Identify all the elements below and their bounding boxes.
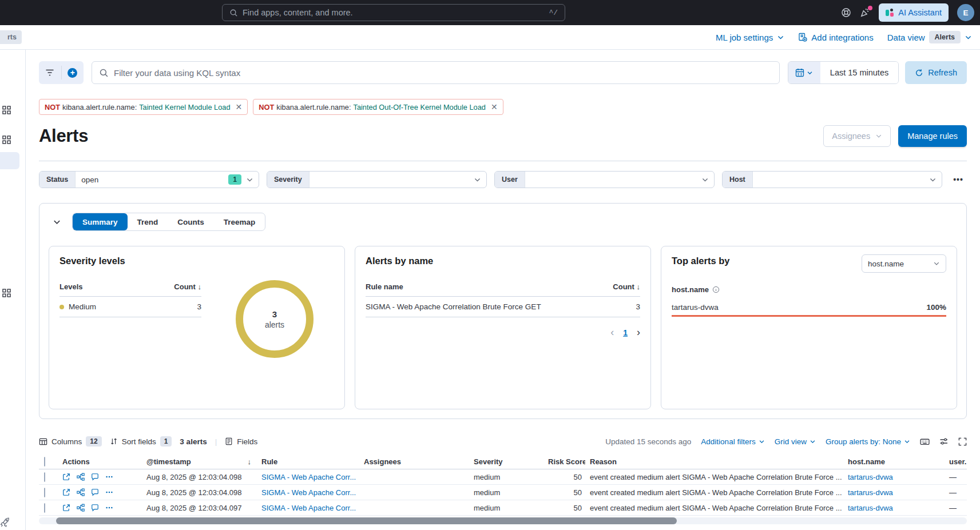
- grid-view-button[interactable]: Grid view: [775, 437, 816, 446]
- calendar-menu-button[interactable]: [788, 62, 820, 83]
- filter-pill[interactable]: NOT kibana.alert.rule.name: Tainted Out-…: [253, 99, 503, 115]
- refresh-button[interactable]: Refresh: [905, 61, 967, 84]
- rule-row[interactable]: SIGMA - Web Apache Correlation Brute For…: [366, 297, 640, 317]
- more-actions-icon[interactable]: [105, 488, 113, 496]
- severity-row-medium[interactable]: Medium 3: [59, 297, 201, 317]
- expand-alert-icon[interactable]: [62, 504, 70, 512]
- analyze-event-icon[interactable]: [77, 473, 85, 481]
- app-grid-icon[interactable]: [2, 106, 11, 114]
- analyze-event-icon[interactable]: [77, 504, 85, 512]
- group-alerts-button[interactable]: Group alerts by: None: [826, 437, 910, 446]
- comment-icon[interactable]: [91, 488, 99, 496]
- more-actions-icon[interactable]: [105, 504, 113, 512]
- severity-control[interactable]: Severity: [267, 171, 487, 188]
- user-avatar[interactable]: E: [957, 4, 974, 21]
- data-view-picker[interactable]: Data view Alerts: [887, 31, 972, 43]
- search-shortcut-hint: ^/: [549, 9, 558, 17]
- sort-icon: [110, 437, 118, 445]
- ml-job-settings-link[interactable]: ML job settings: [716, 33, 784, 42]
- comment-icon[interactable]: [91, 504, 99, 512]
- filter-field: kibana.alert.rule.name:: [276, 103, 351, 111]
- remove-filter-icon[interactable]: ✕: [491, 102, 498, 111]
- header-assignees[interactable]: Assignees: [359, 457, 469, 466]
- add-integrations-link[interactable]: Add integrations: [798, 33, 873, 42]
- fullscreen-icon[interactable]: [958, 437, 967, 446]
- data-view-label: Data view: [887, 33, 925, 42]
- keyboard-shortcuts-icon[interactable]: [920, 437, 930, 447]
- rocket-icon[interactable]: [0, 517, 10, 528]
- expand-alert-icon[interactable]: [62, 488, 70, 496]
- row-checkbox[interactable]: [44, 488, 45, 497]
- analyze-event-icon[interactable]: [77, 488, 85, 496]
- tab-counts[interactable]: Counts: [168, 213, 214, 230]
- header-risk-score[interactable]: Risk Score: [543, 457, 585, 466]
- scrollbar-thumb[interactable]: [56, 517, 677, 524]
- host-control[interactable]: Host: [722, 171, 942, 188]
- rule-link[interactable]: SIGMA - Web Apache Corr...: [257, 504, 359, 512]
- select-all-checkbox[interactable]: [44, 457, 45, 467]
- header-host-name[interactable]: host.name: [843, 457, 945, 466]
- global-search-input[interactable]: [243, 8, 544, 17]
- expand-alert-icon[interactable]: [62, 473, 70, 481]
- saved-query-filter-icon[interactable]: [39, 61, 61, 84]
- status-control[interactable]: Status open 1: [39, 171, 259, 188]
- kql-input[interactable]: [114, 68, 772, 78]
- breadcrumb[interactable]: rts: [0, 30, 22, 44]
- count-column-header[interactable]: Count ↓: [613, 282, 640, 291]
- alert-filter-controls: Status open 1 Severity User Host: [39, 171, 967, 188]
- fields-button[interactable]: Fields: [225, 437, 257, 446]
- horizontal-scrollbar[interactable]: [39, 517, 967, 524]
- assignees-button[interactable]: Assignees: [823, 125, 891, 147]
- reason-cell[interactable]: event created medium alert SIGMA - Web A…: [585, 473, 843, 481]
- time-range-button[interactable]: Last 15 minutes: [820, 62, 898, 83]
- reason-cell[interactable]: event created medium alert SIGMA - Web A…: [585, 488, 843, 497]
- filter-pill[interactable]: NOT kibana.alert.rule.name: Tainted Kern…: [39, 99, 248, 115]
- row-checkbox[interactable]: [44, 472, 45, 482]
- chevron-down-icon: [701, 176, 709, 184]
- comment-icon[interactable]: [91, 473, 99, 481]
- rule-link[interactable]: SIGMA - Web Apache Corr...: [257, 488, 359, 497]
- manage-rules-button[interactable]: Manage rules: [898, 125, 967, 147]
- header-user[interactable]: user.: [945, 457, 967, 466]
- help-icon[interactable]: [841, 7, 851, 18]
- news-feed-icon[interactable]: [860, 7, 870, 18]
- ai-assistant-button[interactable]: AI Assistant: [879, 3, 949, 22]
- additional-filters-button[interactable]: Additional filters: [701, 437, 764, 446]
- app-grid-icon[interactable]: [2, 136, 11, 144]
- host-link[interactable]: tartarus-dvwa: [843, 488, 945, 497]
- kql-search-bar[interactable]: [92, 61, 780, 84]
- info-icon[interactable]: [712, 286, 720, 293]
- header-reason[interactable]: Reason: [585, 457, 843, 466]
- header-rule[interactable]: Rule: [257, 457, 359, 466]
- header-severity[interactable]: Severity: [469, 457, 543, 466]
- next-page-icon[interactable]: ›: [637, 326, 640, 338]
- previous-page-icon[interactable]: ‹: [610, 326, 614, 338]
- global-search[interactable]: ^/: [222, 4, 565, 21]
- app-grid-icon[interactable]: [2, 289, 11, 297]
- top-alerts-field-select[interactable]: host.name: [862, 254, 946, 273]
- host-link[interactable]: tartarus-dvwa: [843, 504, 945, 512]
- add-filter-button[interactable]: +: [62, 61, 84, 84]
- display-options-icon[interactable]: [939, 437, 949, 446]
- page-number-1[interactable]: 1: [623, 328, 628, 337]
- remove-filter-icon[interactable]: ✕: [236, 102, 243, 111]
- filter-button-group: +: [39, 61, 84, 84]
- host-link[interactable]: tartarus-dvwa: [843, 473, 945, 481]
- more-actions-icon[interactable]: [105, 473, 113, 481]
- controls-more-button[interactable]: •••: [950, 172, 967, 187]
- header-timestamp[interactable]: @timestamp↓: [142, 457, 257, 466]
- header-actions: Actions: [58, 457, 142, 466]
- top-alerts-row[interactable]: tartarus-dvwa 100%: [672, 303, 946, 312]
- sort-fields-button[interactable]: Sort fields 1: [110, 436, 172, 447]
- row-checkbox[interactable]: [44, 503, 45, 513]
- columns-button[interactable]: Columns 12: [39, 436, 102, 447]
- tab-trend[interactable]: Trend: [128, 213, 168, 230]
- query-bar: + Last 15 minutes Refresh: [39, 61, 967, 84]
- collapse-chevron-icon[interactable]: [53, 218, 61, 226]
- tab-summary[interactable]: Summary: [73, 213, 128, 230]
- count-column-header[interactable]: Count ↓: [174, 282, 201, 291]
- tab-treemap[interactable]: Treemap: [214, 213, 265, 230]
- rule-link[interactable]: SIGMA - Web Apache Corr...: [257, 473, 359, 481]
- user-control[interactable]: User: [494, 171, 715, 188]
- reason-cell[interactable]: event created medium alert SIGMA - Web A…: [585, 504, 843, 512]
